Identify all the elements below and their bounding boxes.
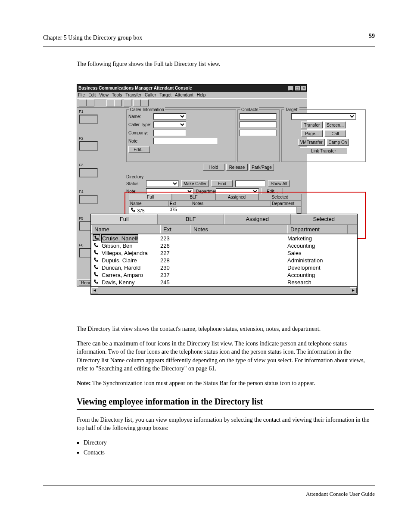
zoom-tab-full[interactable]: Full	[91, 214, 158, 224]
directory-group: Directory Status: Make Caller Find Show …	[126, 174, 305, 196]
zoom-col-dept[interactable]: Department	[287, 225, 348, 233]
tab-full[interactable]: Full	[129, 194, 172, 200]
table-row[interactable]: Gibson, Ben226Accounting	[91, 242, 357, 249]
find-input[interactable]	[235, 180, 265, 187]
menu-transfer[interactable]: Transfer	[125, 93, 141, 97]
table-row[interactable]: Dupuis, Claire228Administration	[91, 257, 357, 264]
phone-icon	[93, 272, 100, 277]
tab-selected[interactable]: Selected	[258, 194, 302, 200]
zoom-tab-selected[interactable]: Selected	[291, 214, 358, 224]
loop-button[interactable]	[79, 195, 98, 204]
toolbar-icon[interactable]	[141, 100, 149, 106]
menu-help[interactable]: Help	[197, 93, 206, 97]
zoom-col-ext[interactable]: Ext	[160, 225, 190, 233]
find-button[interactable]: Find	[211, 180, 233, 187]
col-dept[interactable]: Department	[271, 201, 301, 206]
col-notes[interactable]: Notes	[191, 201, 271, 206]
col-name[interactable]: Name	[129, 201, 169, 206]
name-select[interactable]	[153, 113, 186, 120]
company-input[interactable]	[153, 130, 186, 136]
toolbar-icon[interactable]	[124, 100, 131, 106]
hold-button[interactable]: Hold	[203, 164, 224, 171]
menu-caller[interactable]: Caller	[145, 93, 156, 97]
contact-input[interactable]	[240, 121, 277, 128]
table-row[interactable]: Carrera, Amparo237Accounting	[91, 271, 357, 279]
vmtransfer-button[interactable]: VMTransfer	[298, 139, 325, 146]
phone-icon	[130, 207, 136, 212]
page-number: 59	[369, 33, 375, 40]
loop-button[interactable]	[79, 115, 98, 124]
maximize-icon[interactable]: □	[294, 86, 300, 91]
menu-file[interactable]: File	[78, 93, 85, 97]
menu-attendant[interactable]: Attendant	[175, 93, 193, 97]
footer-text: Attendant Console User Guide	[306, 491, 375, 498]
loop-label: F2	[79, 136, 125, 140]
phone-icon	[93, 243, 100, 248]
scroll-right-icon[interactable]: ►	[350, 287, 357, 293]
page-button[interactable]: Page...	[301, 130, 323, 137]
contacts-legend: Contacts	[240, 107, 259, 112]
note-input[interactable]	[153, 138, 218, 144]
tab-assigned[interactable]: Assigned	[215, 194, 258, 200]
note-label: Note:	[77, 380, 91, 386]
col-ext[interactable]: Ext	[169, 201, 191, 206]
menu-view[interactable]: View	[99, 93, 109, 97]
loop-button[interactable]	[79, 168, 98, 177]
toolbar-icon[interactable]	[106, 100, 114, 106]
menu-bar[interactable]: File Edit View Tools Transfer Caller Tar…	[77, 92, 307, 98]
loop-button[interactable]	[79, 141, 98, 151]
menu-target[interactable]: Target	[159, 93, 171, 97]
zoom-list[interactable]: Cruise, Nanell223MarketingGibson, Ben226…	[91, 234, 357, 286]
linktransfer-button[interactable]: Link Transfer	[300, 147, 347, 154]
contact-input[interactable]	[240, 113, 277, 120]
chapter-title: Chapter 5 Using the Directory group box	[43, 34, 142, 41]
menu-edit[interactable]: Edit	[88, 93, 96, 97]
list-item[interactable]: 375375	[129, 207, 301, 213]
table-row[interactable]: Villegas, Alejandra227Sales	[91, 249, 357, 257]
page-footer: Attendant Console User Guide	[43, 485, 375, 498]
toolbar-icon[interactable]	[114, 100, 122, 106]
parkpage-button[interactable]: Park/Page	[249, 164, 274, 171]
minimize-icon[interactable]: _	[288, 86, 294, 91]
campon-button[interactable]: Camp On	[327, 139, 349, 146]
close-icon[interactable]: ×	[301, 86, 307, 91]
loop-label: F4	[79, 190, 125, 194]
table-row[interactable]: Cruise, Nanell223Marketing	[91, 234, 357, 242]
bullet-item: Contacts	[84, 448, 374, 457]
paragraph: There can be a maximum of four icons in …	[77, 339, 374, 373]
toolbar-icon[interactable]	[133, 100, 141, 106]
toolbar-out-icon[interactable]	[87, 100, 94, 106]
edit-button[interactable]: Edit...	[128, 146, 150, 153]
scroll-left-icon[interactable]: ◄	[91, 287, 98, 293]
caller-info-group: Caller Information Name: Caller Type: Co…	[126, 109, 236, 162]
call-button[interactable]: Call	[324, 130, 346, 137]
status-select[interactable]	[146, 180, 179, 187]
showall-button[interactable]: Show All	[268, 180, 290, 187]
table-row[interactable]: Davis, Kenny245Research	[91, 279, 357, 286]
title-bar[interactable]: Business Communications Manager Attendan…	[77, 84, 307, 92]
phone-icon	[93, 264, 100, 270]
zoom-col-name[interactable]: Name	[91, 225, 160, 233]
zoom-tab-blf[interactable]: BLF	[158, 214, 224, 224]
phone-icon	[93, 250, 100, 255]
page-body: The Directory list view shows the contac…	[77, 319, 374, 463]
note-label: Note:	[128, 139, 153, 143]
zoom-tab-assigned[interactable]: Assigned	[224, 214, 291, 224]
intro-text: The following figure shows the Full tab …	[77, 60, 374, 68]
loop-label: F1	[79, 109, 125, 114]
tab-blf[interactable]: BLF	[172, 194, 215, 200]
toolbar-in-icon[interactable]	[79, 100, 87, 106]
contacts-group: Contacts	[237, 109, 280, 162]
zoom-col-notes[interactable]: Notes	[190, 225, 287, 233]
contact-input[interactable]	[240, 130, 277, 136]
makecaller-button[interactable]: Make Caller	[181, 180, 209, 187]
horizontal-scrollbar[interactable]: ◄ ►	[91, 286, 357, 294]
table-row[interactable]: Duncan, Harold230Development	[91, 264, 357, 271]
menu-tools[interactable]: Tools	[112, 93, 122, 97]
release-button[interactable]: Release	[226, 164, 248, 171]
target-select[interactable]	[291, 113, 356, 120]
caller-type-select[interactable]	[153, 121, 186, 128]
scroll-thumb[interactable]	[297, 208, 301, 214]
transfer-button[interactable]: Transfer	[301, 121, 323, 128]
screen-button[interactable]: Screen...	[324, 121, 346, 128]
